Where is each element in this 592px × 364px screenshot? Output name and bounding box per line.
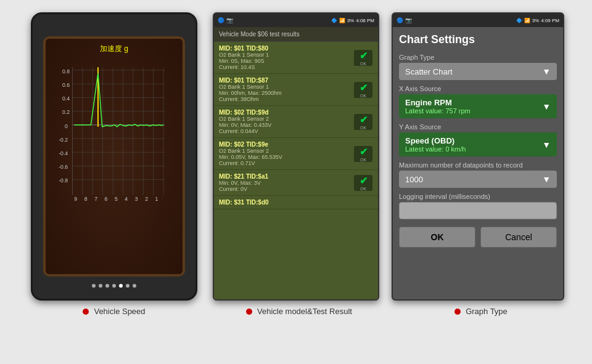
signal-icon-3: 📶 [524,18,530,23]
status-bar-3: 🔵 📷 🔷 📶 3% 4:09 PM [393,14,563,27]
caption-dot-3 [454,309,461,315]
y-axis-label: Y Axis Source [399,123,557,131]
panel-vehicle-speed: 加速度 g 0.8 0.6 0.4 0.2 0 -0.2 -0.4 -0.6 -… [25,12,204,301]
ok-label: OK [360,62,368,66]
svg-text:6: 6 [105,196,108,202]
checkmark-icon: ✔ [360,114,368,126]
item-sensor: O2 Bank 1 Sensor 2 [219,148,353,154]
phone-frame-3: 🔵 📷 🔷 📶 3% 4:09 PM Chart Settings Graph … [392,12,564,301]
item-mid: MID: $02 TID:$9e [219,141,353,148]
max-dp-section: Maximum number of datapoints to record 1… [399,161,557,188]
ok-label: OK [360,94,368,98]
caption-text-2: Vehicle model&Test Result [257,307,352,316]
max-dp-dropdown[interactable]: 1000 ▼ [399,171,557,188]
item-mid: MID: $21 TID:$a1 [219,173,353,180]
svg-text:8: 8 [84,196,88,202]
svg-text:-0.4: -0.4 [59,150,68,156]
item-minmax: Min: 0S, Max: 90S [219,58,353,64]
ok-button-4[interactable]: ✔OK [353,145,373,163]
item-current: Current: 10.4S [219,64,353,70]
list-item: MID: $21 TID:$a1 Min: 0V, Max: 3V Curren… [214,170,378,196]
mode-header-text: Vehicle Mode $06 test results [219,31,300,38]
logging-label: Logging interval (milliseconds) [399,193,557,200]
item-left: MID: $02 TID:$9d O2 Bank 1 Sensor 2 Min:… [219,109,353,134]
mode-header: Vehicle Mode $06 test results [214,27,378,42]
ok-label: OK [360,187,368,191]
ok-button-5[interactable]: ✔OK [353,174,373,192]
panel-vehicle-mode: 🔵 📷 🔷 📶 3% 4:08 PM Vehicle Mode $06 test… [210,12,382,301]
x-axis-left: Engine RPM Latest value: 757 rpm [405,98,542,115]
chevron-down-icon-y: ▼ [542,140,551,150]
button-row: OK Cancel [399,227,557,248]
svg-text:9: 9 [74,196,77,202]
graph-screen: 加速度 g 0.8 0.6 0.4 0.2 0 -0.2 -0.4 -0.6 -… [43,36,185,277]
ok-button-3[interactable]: ✔OK [353,113,373,131]
status-icons-right: 🔷 📶 3% 4:08 PM [331,18,374,23]
y-axis-value: Speed (OBD) [405,136,542,145]
item-left: MID: $02 TID:$9e O2 Bank 1 Sensor 2 Min:… [219,141,353,166]
chart-settings-body: Chart Settings Graph Type Scatter Chart … [393,27,563,299]
list-item: MID: $01 TID:$80 O2 Bank 1 Sensor 1 Min:… [214,42,378,74]
logging-section: Logging interval (milliseconds) [399,193,557,219]
caption-text-1: Vehicle Speed [94,307,145,316]
item-current: Current: 38Ohm [219,96,353,102]
svg-text:4: 4 [125,196,128,202]
dot-indicators [92,284,136,288]
checkmark-icon: ✔ [360,82,368,94]
list-item: MID: $02 TID:$9e O2 Bank 1 Sensor 2 Min:… [214,138,378,170]
item-current: Current: 0.71V [219,160,353,166]
status-icons-left-3: 🔵 📷 [397,17,412,23]
item-minmax: Min: 0V, Max: 0.433V [219,122,353,128]
bt-icon: 🔷 [331,18,337,23]
status-icons-left: 🔵 📷 [218,17,233,23]
caption-dot-2 [246,309,252,315]
item-minmax: Min: 00hm, Max: 2500hm [219,90,353,96]
item-sensor: O2 Bank 1 Sensor 2 [219,116,353,122]
caption-1: Vehicle Speed [25,307,204,316]
y-axis-dropdown[interactable]: Speed (OBD) Latest value: 0 km/h ▼ [399,132,557,156]
max-dp-value: 1000 [405,175,423,184]
x-axis-dropdown[interactable]: Engine RPM Latest value: 757 rpm ▼ [399,94,557,118]
dot-5 [119,284,123,288]
graph-type-dropdown[interactable]: Scatter Chart ▼ [399,63,557,80]
cancel-dialog-button[interactable]: Cancel [480,227,557,248]
svg-text:0.8: 0.8 [62,68,70,75]
svg-text:-0.8: -0.8 [59,177,68,184]
item-minmax: Min: 0V, Max: 3V [219,180,353,186]
caption-3: Graph Type [395,307,567,316]
list-item: MID: $02 TID:$9d O2 Bank 1 Sensor 2 Min:… [214,106,378,138]
ok-button-2[interactable]: ✔OK [353,81,373,99]
dot-1 [92,284,96,288]
caption-row: Vehicle Speed Vehicle model&Test Result … [0,301,592,316]
ok-button-1[interactable]: ✔OK [353,49,373,67]
checkmark-icon: ✔ [360,50,368,62]
item-sensor: O2 Bank 1 Sensor 1 [219,84,353,90]
battery-text: 3% [347,18,355,23]
caption-2: Vehicle model&Test Result [210,307,388,316]
ok-dialog-button[interactable]: OK [399,227,475,248]
item-mid: MID: $01 TID:$80 [219,45,353,52]
dot-2 [99,284,102,288]
time-text: 4:08 PM [356,18,374,23]
item-left: MID: $01 TID:$80 O2 Bank 1 Sensor 1 Min:… [219,45,353,70]
panel-chart-settings: 🔵 📷 🔷 📶 3% 4:09 PM Chart Settings Graph … [388,12,567,301]
chevron-down-icon-dp: ▼ [542,174,551,184]
checkmark-icon: ✔ [360,175,368,187]
svg-text:0: 0 [65,123,68,129]
svg-text:5: 5 [115,196,118,202]
time-3: 4:09 PM [541,18,559,23]
mode-list: MID: $01 TID:$80 O2 Bank 1 Sensor 1 Min:… [214,42,378,299]
graph-type-value: Scatter Chart [405,67,453,76]
signal-icon: 📶 [339,18,345,23]
logging-input[interactable] [399,202,557,219]
svg-text:0.4: 0.4 [62,95,70,102]
list-item: MID: $01 TID:$87 O2 Bank 1 Sensor 1 Min:… [214,74,378,106]
graph-inner: 加速度 g 0.8 0.6 0.4 0.2 0 -0.2 -0.4 -0.6 -… [46,39,183,274]
svg-text:7: 7 [94,196,97,202]
item-mid: MID: $02 TID:$9d [219,109,353,116]
ok-label: OK [360,126,368,130]
status-icons-right-3: 🔷 📶 3% 4:09 PM [516,18,559,23]
caption-text-3: Graph Type [466,307,508,316]
item-mid: MID: $01 TID:$87 [219,77,353,84]
status-bar-2: 🔵 📷 🔷 📶 3% 4:08 PM [214,14,378,27]
